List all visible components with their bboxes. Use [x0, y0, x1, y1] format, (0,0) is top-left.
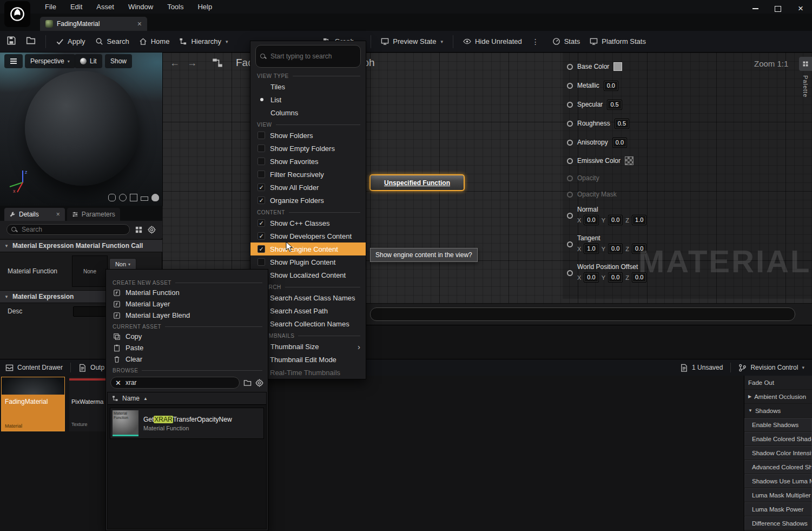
hide-unrelated-options-icon[interactable]: ⋮ — [532, 37, 539, 46]
menu-window[interactable]: Window — [121, 0, 160, 14]
value-box[interactable]: 0.0 — [584, 215, 598, 225]
asset-search-input[interactable] — [124, 378, 235, 387]
save-search-icon[interactable] — [243, 379, 252, 387]
base-color-swatch[interactable] — [613, 62, 622, 71]
revision-control-button[interactable]: Revision Control ▾ — [738, 364, 804, 372]
material-function-dropdown[interactable]: Non ▾ — [109, 258, 136, 270]
pin-circle[interactable] — [567, 241, 573, 247]
param-row-fade-out[interactable]: Fade Out — [744, 376, 812, 390]
details-search-input[interactable] — [21, 225, 125, 234]
menu-item-organize-folders[interactable]: Organize Folders — [250, 194, 366, 207]
menu-item-show-plugin-content[interactable]: Show Plugin Content — [250, 255, 366, 268]
menu-file[interactable]: File — [38, 0, 63, 14]
asset-result-row[interactable]: Material Function GetXRARTransferOpacity… — [110, 408, 264, 439]
menu-item-tiles[interactable]: Tiles — [250, 80, 366, 93]
value-box[interactable]: 0.5 — [607, 100, 622, 110]
pin-circle[interactable] — [567, 102, 573, 108]
expand-arrow-icon[interactable]: ▶ — [748, 390, 751, 404]
value-box[interactable]: 0.0 — [608, 244, 623, 254]
menu-item-paste[interactable]: Paste — [106, 342, 268, 353]
unspecified-function-node[interactable]: Unspecified Function — [369, 174, 465, 191]
column-view-icon[interactable] — [135, 226, 143, 234]
forward-arrow-icon[interactable]: → — [187, 57, 197, 69]
details-tab-close-icon[interactable]: × — [56, 211, 60, 218]
emissive-color-swatch[interactable] — [625, 156, 633, 165]
menu-item-show-developers-content[interactable]: Show Developers Content — [250, 230, 366, 242]
value-box[interactable]: 0.0 — [612, 137, 627, 148]
value-box[interactable]: 1.0 — [584, 244, 598, 254]
param-row-luma-mask-multiplier[interactable]: Luma Mask Multiplier — [744, 488, 812, 502]
menu-edit[interactable]: Edit — [63, 0, 89, 14]
clear-search-icon[interactable]: ✕ — [115, 379, 121, 387]
tab-fadingmaterial[interactable]: FadingMaterial × — [40, 17, 147, 31]
platform-stats-button[interactable]: Platform Stats — [590, 37, 646, 45]
pin-circle[interactable] — [567, 64, 573, 70]
param-row-shadows-use-luma-mask[interactable]: Shadows Use Luma Mask — [744, 474, 812, 488]
pin-circle[interactable] — [567, 270, 573, 276]
menu-item-show-folders[interactable]: Show Folders — [250, 129, 366, 142]
value-box[interactable]: 0.0 — [608, 272, 623, 283]
custom-mesh-icon[interactable] — [151, 194, 159, 201]
asset-tile-pixwatermark[interactable]: PixWaterma Texture — [69, 377, 106, 431]
search-button[interactable]: Search — [95, 37, 129, 45]
tab-parameters[interactable]: Parameters — [67, 208, 120, 221]
details-settings-gear-icon[interactable] — [148, 226, 156, 234]
param-row-shadows[interactable]: ▼Shadows — [744, 404, 812, 418]
sphere-mesh-icon[interactable] — [119, 194, 127, 201]
home-button[interactable]: Home — [139, 37, 170, 45]
menu-search-input[interactable] — [269, 52, 356, 61]
value-box[interactable]: 0.0 — [608, 215, 623, 225]
tab-details[interactable]: Details × — [4, 208, 65, 221]
param-row-luma-mask-power[interactable]: Luma Mask Power — [744, 502, 812, 516]
cube-mesh-icon[interactable] — [130, 194, 137, 201]
pin-circle[interactable] — [567, 121, 573, 127]
pin-circle[interactable] — [567, 83, 573, 89]
section-material-function-call[interactable]: ▼ Material Expression Material Function … — [0, 239, 162, 252]
menu-help[interactable]: Help — [190, 0, 219, 14]
show-button[interactable]: Show — [105, 54, 132, 68]
save-button[interactable] — [6, 36, 16, 47]
hide-unrelated-button[interactable]: Hide Unrelated — [463, 37, 522, 45]
menu-item-show-engine-content[interactable]: Show Engine Content — [250, 242, 366, 255]
unsaved-indicator[interactable]: 1 Unsaved — [680, 364, 723, 372]
view-options-gear-icon[interactable] — [255, 379, 263, 387]
find-in-content-browser-button[interactable] — [26, 36, 36, 47]
material-function-thumbnail[interactable]: None — [72, 255, 108, 287]
menu-item-list[interactable]: List — [250, 93, 366, 106]
tab-close-icon[interactable]: × — [137, 19, 142, 28]
menu-item-copy[interactable]: Copy — [106, 331, 268, 342]
param-row-difference-shadows[interactable]: Difference Shadows — [744, 516, 812, 530]
param-row-shadow-color-intensity[interactable]: Shadow Color Intensity — [744, 446, 812, 460]
menu-item-material-function[interactable]: Material Function — [106, 287, 268, 298]
content-drawer-button[interactable]: Content Drawer — [5, 364, 63, 372]
menu-item-material-layer-blend[interactable]: Material Layer Blend — [106, 310, 268, 321]
cylinder-mesh-icon[interactable] — [108, 194, 116, 201]
pin-circle[interactable] — [567, 158, 573, 164]
param-row-enable-shadows[interactable]: Enable Shadows — [744, 418, 812, 432]
pin-circle[interactable] — [567, 175, 573, 181]
value-box[interactable]: 0.0 — [584, 272, 598, 283]
hierarchy-dropdown[interactable]: Hierarchy▾ — [179, 37, 228, 45]
output-log-button[interactable]: Outp — [78, 364, 104, 372]
perspective-button[interactable]: Perspective▾ — [25, 54, 75, 68]
plane-mesh-icon[interactable] — [141, 196, 148, 201]
graph-find-input[interactable] — [370, 307, 795, 321]
preview-viewport[interactable]: Perspective▾ Lit Show z x — [0, 53, 163, 206]
param-row-enable-colored-shadows[interactable]: Enable Colored Shadows — [744, 432, 812, 446]
palette-tab[interactable]: Palette — [799, 57, 812, 97]
menu-asset[interactable]: Asset — [89, 0, 121, 14]
apply-button[interactable]: Apply — [56, 37, 85, 45]
asset-list-header[interactable]: Name ▲ — [108, 392, 266, 405]
value-box[interactable]: 0.5 — [615, 119, 629, 129]
lit-mode-button[interactable]: Lit — [75, 54, 102, 68]
menu-item-show-favorites[interactable]: Show Favorites — [250, 155, 366, 168]
menu-item-filter-recursively[interactable]: Filter Recursively — [250, 168, 366, 181]
asset-tile-fadingmaterial[interactable]: FadingMaterial Material — [1, 377, 65, 431]
menu-item-show-all-folder[interactable]: Show All Folder — [250, 181, 366, 194]
menu-item-clear[interactable]: Clear — [106, 353, 268, 365]
menu-tools[interactable]: Tools — [160, 0, 190, 14]
menu-item-show-empty-folders[interactable]: Show Empty Folders — [250, 142, 366, 155]
back-arrow-icon[interactable]: ← — [170, 57, 180, 69]
param-row-advanced-colored-shadows[interactable]: Advanced Colored Shadows — [744, 460, 812, 474]
preview-state-dropdown[interactable]: Preview State▾ — [381, 37, 443, 45]
